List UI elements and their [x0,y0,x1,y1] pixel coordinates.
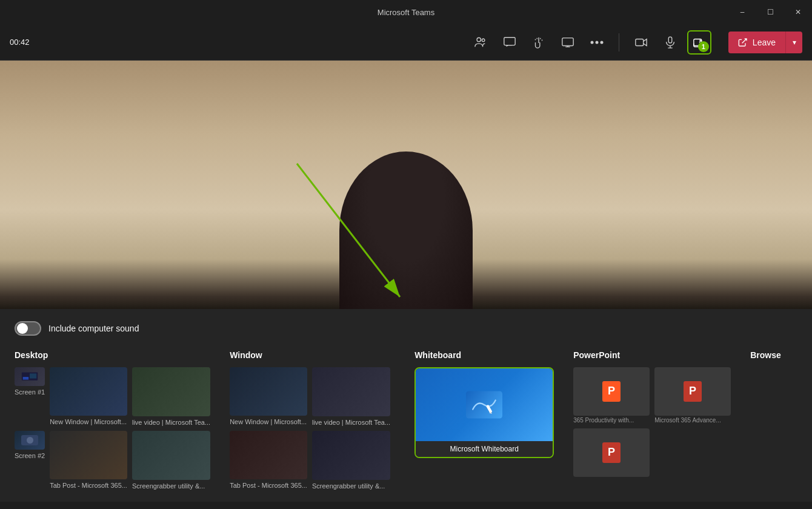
window-thumb-1-label: New Window | Microsoft... [230,418,307,425]
pp-file-2-label: Microsoft 365 Advance... [654,417,731,424]
leave-button-group: Leave ▾ [728,32,802,53]
browse-section: Browse [750,350,812,490]
pp-file-2[interactable]: P [654,367,731,416]
chevron-down-icon: ▾ [793,38,796,47]
leave-dropdown-button[interactable]: ▾ [785,32,802,53]
window-thumbnails: New Window | Microsoft... live video | M… [230,367,395,490]
whiteboard-section-title: Whiteboard [414,350,554,360]
meeting-toolbar: 00:42 [0,24,812,61]
app-title: Microsoft Teams [378,8,434,17]
window-controls: – ☐ ✕ [728,0,812,24]
toolbar-icons-group: 1 Leave ▾ [468,30,802,55]
svg-rect-13 [23,377,28,380]
window-section: Window New Window | Microsoft... live vi… [230,350,395,490]
computer-sound-toggle[interactable] [15,321,41,336]
desktop-thumb-4-label: Screen #2 [15,452,45,459]
toggle-row: Include computer sound [15,321,797,336]
list-item: live video | Microsoft Tea... [312,367,390,426]
desktop-thumb-4[interactable] [15,431,45,450]
desktop-thumb-3[interactable] [132,367,210,416]
desktop-thumb-2[interactable] [50,367,127,416]
list-item: P [573,428,650,478]
desktop-section-title: Desktop [15,350,210,360]
list-item: Tab Post - Microsoft 365... [230,431,307,490]
list-item: New Window | Microsoft... [50,367,127,426]
window-thumb-2[interactable] [312,367,390,416]
chat-button[interactable] [498,30,522,55]
close-button[interactable]: ✕ [784,0,812,24]
desktop-thumbnails: Screen #1 New Window | Microsoft... live… [15,367,210,490]
powerpoint-section: PowerPoint P 365 Productivity with... [573,350,731,490]
toolbar-divider [619,33,619,52]
desktop-section: Desktop Screen #1 New Window | Microsoft… [15,350,210,490]
svg-rect-7 [636,39,644,45]
svg-text:P: P [689,385,696,397]
share-tray-button[interactable]: 1 [687,30,711,55]
list-item: Screen #1 [15,367,45,426]
whiteboard-section: Whiteboard [414,350,554,490]
svg-point-0 [477,38,481,41]
computer-sound-label: Include computer sound [48,324,139,333]
toggle-knob [17,323,28,334]
pp-file-3[interactable]: P [573,428,650,477]
video-area [0,61,812,309]
svg-point-4 [590,41,593,44]
camera-button[interactable] [629,30,653,55]
share-content-panel: Include computer sound Desktop Screen #1 [0,309,812,502]
raise-hand-button[interactable] [527,30,551,55]
svg-point-6 [600,41,603,44]
svg-text:P: P [608,385,615,397]
desktop-thumb-5[interactable] [50,431,127,479]
list-item: Screengrabber utility &... [312,431,390,490]
svg-rect-2 [504,37,515,45]
svg-text:P: P [608,446,615,458]
window-thumb-2-label: live video | Microsoft Tea... [312,419,390,426]
share-badge: 1 [698,41,709,52]
desktop-thumb-1[interactable] [15,367,45,386]
list-item: Tab Post - Microsoft 365... [50,431,127,490]
list-item: P Microsoft 365 Advance... [654,367,731,424]
svg-rect-14 [30,373,36,378]
browse-button[interactable]: Browse [750,350,812,360]
window-thumb-4-label: Tab Post - Microsoft 365... [230,482,307,489]
share-screen-button[interactable] [556,30,580,55]
maximize-button[interactable]: ☐ [756,0,784,24]
desktop-thumb-6[interactable] [132,431,210,480]
title-bar: Microsoft Teams – ☐ ✕ [0,0,812,24]
window-thumb-5[interactable] [312,431,390,480]
svg-point-5 [595,41,598,44]
people-button[interactable] [468,30,493,55]
desktop-thumb-6-label: Screengrabber utility &... [132,482,210,490]
microphone-button[interactable] [658,30,682,55]
more-options-button[interactable] [585,30,609,55]
leave-label: Leave [753,38,776,47]
desktop-thumb-2-label: New Window | Microsoft... [50,418,127,425]
desktop-thumb-5-label: Tab Post - Microsoft 365... [50,482,127,489]
svg-rect-8 [668,36,672,42]
desktop-thumb-3-label: live video | Microsoft Tea... [132,419,210,426]
svg-point-1 [482,39,485,42]
list-item: P 365 Productivity with... [573,367,650,424]
whiteboard-preview [416,368,553,441]
window-thumb-4[interactable] [230,431,307,479]
list-item: live video | Microsoft Tea... [132,367,210,426]
call-timer: 00:42 [10,38,46,47]
list-item: Screengrabber utility &... [132,431,210,490]
window-section-title: Window [230,350,395,360]
whiteboard-card[interactable]: Microsoft Whiteboard [414,367,554,458]
list-item: New Window | Microsoft... [230,367,307,426]
list-item: Screen #2 [15,431,45,490]
window-thumb-5-label: Screengrabber utility &... [312,482,390,490]
pp-file-1-label: 365 Productivity with... [573,417,650,424]
powerpoint-files: P 365 Productivity with... P Microsoft 3… [573,367,731,478]
desktop-thumb-1-label: Screen #1 [15,388,45,396]
leave-button[interactable]: Leave [728,32,785,53]
minimize-button[interactable]: – [728,0,756,24]
window-thumb-1[interactable] [230,367,307,416]
svg-rect-3 [562,38,573,45]
share-sections: Desktop Screen #1 New Window | Microsoft… [15,350,797,490]
whiteboard-app-name: Microsoft Whiteboard [416,441,553,457]
pp-file-1[interactable]: P [573,367,650,416]
powerpoint-section-title: PowerPoint [573,350,731,360]
participant-video [339,151,473,309]
